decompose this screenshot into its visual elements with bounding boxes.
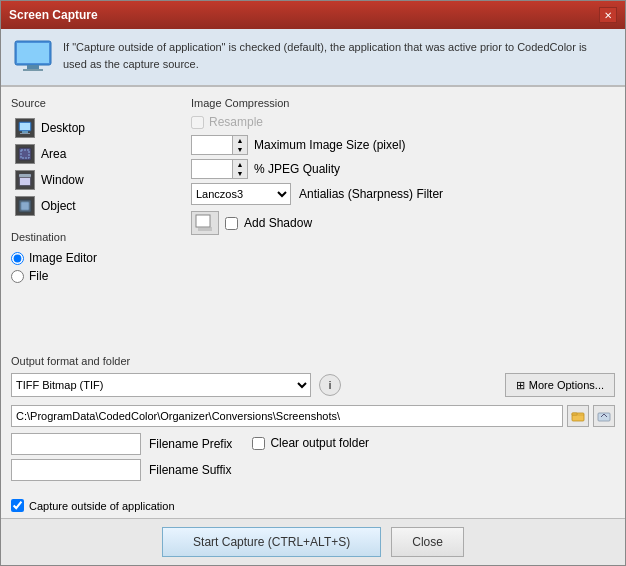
more-options-icon: ⊞ — [516, 379, 525, 392]
jpeg-quality-input[interactable]: 96 — [192, 160, 232, 178]
max-size-label: Maximum Image Size (pixel) — [254, 138, 405, 152]
svg-rect-5 — [20, 123, 30, 130]
main-content: Source Desktop — [1, 87, 625, 355]
max-size-spinner: 600 ▲ ▼ — [191, 135, 248, 155]
jpeg-quality-up[interactable]: ▲ — [233, 160, 247, 169]
more-options-label: More Options... — [529, 379, 604, 391]
browse-folder-button-2[interactable] — [593, 405, 615, 427]
shadow-checkbox[interactable] — [225, 217, 238, 230]
max-size-down[interactable]: ▼ — [233, 145, 247, 154]
max-size-up[interactable]: ▲ — [233, 136, 247, 145]
shadow-row: Add Shadow — [191, 211, 615, 235]
capture-outside-label: Capture outside of application — [29, 500, 175, 512]
max-size-row: 600 ▲ ▼ Maximum Image Size (pixel) — [191, 135, 615, 155]
format-info-button[interactable]: i — [319, 374, 341, 396]
destination-group: Destination Image Editor File — [11, 231, 181, 285]
jpeg-quality-row: 96 ▲ ▼ % JPEG Quality — [191, 159, 615, 179]
shadow-icon — [191, 211, 219, 235]
output-label: Output format and folder — [11, 355, 615, 367]
shadow-label: Add Shadow — [244, 216, 312, 230]
svg-rect-18 — [572, 413, 577, 415]
bottom-bar: Start Capture (CTRL+ALT+S) Close — [1, 518, 625, 565]
svg-rect-7 — [20, 133, 30, 134]
title-bar: Screen Capture ✕ — [1, 1, 625, 29]
clear-checkbox[interactable] — [252, 437, 265, 450]
jpeg-quality-spinner: 96 ▲ ▼ — [191, 159, 248, 179]
compression-label: Image Compression — [191, 97, 615, 109]
source-item-desktop[interactable]: Desktop — [11, 115, 181, 141]
filename-inputs: Filename Prefix Filename Suffix — [11, 433, 232, 485]
source-list: Desktop Area — [11, 115, 181, 219]
close-button[interactable]: Close — [391, 527, 464, 557]
resample-label: Resample — [209, 115, 263, 129]
svg-rect-15 — [196, 215, 210, 227]
svg-rect-11 — [19, 174, 31, 177]
source-label: Source — [11, 97, 181, 109]
browse-folder-button[interactable] — [567, 405, 589, 427]
object-label: Object — [41, 199, 76, 213]
filename-section: Filename Prefix Filename Suffix Clear ou… — [11, 433, 615, 485]
title-bar-buttons: ✕ — [599, 7, 617, 23]
dest-file[interactable]: File — [11, 267, 181, 285]
format-select[interactable]: TIFF Bitmap (TIF) PNG Image JPEG Image B… — [11, 373, 311, 397]
object-icon — [15, 196, 35, 216]
filter-label: Antialias (Sharpness) Filter — [299, 187, 443, 201]
suffix-label: Filename Suffix — [149, 463, 231, 477]
max-size-input[interactable]: 600 — [192, 136, 232, 154]
filter-row: Lanczos3 Bilinear Bicubic None Antialias… — [191, 183, 615, 205]
clear-label: Clear output folder — [270, 436, 369, 450]
max-size-arrows: ▲ ▼ — [232, 136, 247, 154]
jpeg-quality-down[interactable]: ▼ — [233, 169, 247, 178]
window-label: Window — [41, 173, 84, 187]
svg-rect-16 — [198, 227, 212, 231]
prefix-row: Filename Prefix — [11, 433, 232, 455]
svg-rect-3 — [23, 69, 43, 71]
window-icon — [15, 170, 35, 190]
capture-outside-checkbox[interactable] — [11, 499, 24, 512]
filter-select[interactable]: Lanczos3 Bilinear Bicubic None — [191, 183, 291, 205]
dest-image-editor-label: Image Editor — [29, 251, 97, 265]
desktop-icon — [15, 118, 35, 138]
format-row: TIFF Bitmap (TIF) PNG Image JPEG Image B… — [11, 373, 615, 397]
svg-rect-6 — [22, 131, 28, 133]
path-input[interactable]: C:\ProgramData\CodedColor\Organizer\Conv… — [11, 405, 563, 427]
info-bar: If "Capture outside of application" is c… — [1, 29, 625, 86]
screen-capture-window: Screen Capture ✕ If "Capture outside of … — [0, 0, 626, 566]
resample-checkbox[interactable] — [191, 116, 204, 129]
source-item-area[interactable]: Area — [11, 141, 181, 167]
more-options-button[interactable]: ⊞ More Options... — [505, 373, 615, 397]
desktop-label: Desktop — [41, 121, 85, 135]
monitor-icon — [13, 37, 53, 77]
prefix-label: Filename Prefix — [149, 437, 232, 451]
destination-label: Destination — [11, 231, 181, 243]
area-icon — [15, 144, 35, 164]
start-capture-button[interactable]: Start Capture (CTRL+ALT+S) — [162, 527, 381, 557]
window-close-button[interactable]: ✕ — [599, 7, 617, 23]
clear-row: Clear output folder — [252, 433, 369, 450]
capture-outside-row: Capture outside of application — [1, 493, 625, 518]
suffix-row: Filename Suffix — [11, 459, 232, 481]
source-item-object[interactable]: Object — [11, 193, 181, 219]
prefix-input[interactable] — [11, 433, 141, 455]
area-label: Area — [41, 147, 66, 161]
svg-rect-2 — [27, 65, 39, 69]
jpeg-quality-arrows: ▲ ▼ — [232, 160, 247, 178]
left-panel: Source Desktop — [11, 97, 181, 345]
svg-rect-1 — [17, 43, 49, 63]
dest-file-label: File — [29, 269, 48, 283]
compression-group: Image Compression Resample 600 ▲ ▼ Maxim… — [191, 97, 615, 235]
right-panel: Image Compression Resample 600 ▲ ▼ Maxim… — [191, 97, 615, 345]
path-row: C:\ProgramData\CodedColor\Organizer\Conv… — [11, 405, 615, 427]
suffix-input[interactable] — [11, 459, 141, 481]
svg-rect-14 — [21, 202, 29, 210]
svg-rect-12 — [20, 178, 30, 185]
dest-image-editor[interactable]: Image Editor — [11, 249, 181, 267]
source-item-window[interactable]: Window — [11, 167, 181, 193]
jpeg-quality-label: % JPEG Quality — [254, 162, 340, 176]
window-title: Screen Capture — [9, 8, 98, 22]
info-text: If "Capture outside of application" is c… — [63, 37, 613, 72]
resample-row: Resample — [191, 115, 615, 129]
output-section: Output format and folder TIFF Bitmap (TI… — [1, 355, 625, 493]
